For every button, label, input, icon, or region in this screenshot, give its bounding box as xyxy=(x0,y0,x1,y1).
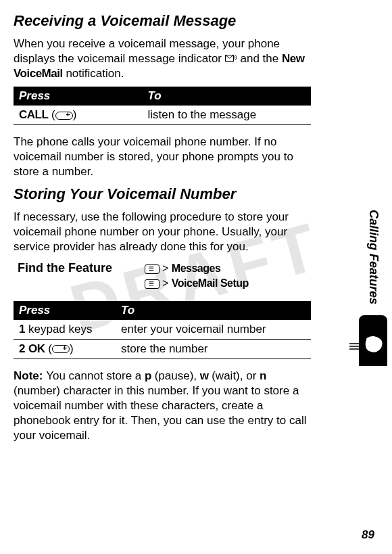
section-title-receiving: Receiving a Voicemail Message xyxy=(14,12,311,30)
phone-tab-icon xyxy=(359,315,387,366)
find-the-feature: Find the Feature > Messages > VoiceMail … xyxy=(14,261,311,292)
table-row: 2 OK () store the number xyxy=(14,339,311,359)
text: (number) character in this number. If yo… xyxy=(14,384,306,442)
path-line-2: > VoiceMail Setup xyxy=(145,276,249,291)
text: You cannot store a xyxy=(46,369,145,382)
paren-close: ) xyxy=(73,108,77,121)
gt: > xyxy=(162,262,168,274)
cell-to: enter your voicemail number xyxy=(116,320,311,340)
text: (pause), xyxy=(151,369,200,382)
right-softkey-icon xyxy=(55,112,73,120)
feature-path: > Messages > VoiceMail Setup xyxy=(145,261,249,292)
feature-label: Find the Feature xyxy=(14,261,145,292)
table-row: 1 keypad keys enter your voicemail numbe… xyxy=(14,320,311,340)
page-content: Receiving a Voicemail Message When you r… xyxy=(0,0,358,443)
ok-label: OK xyxy=(28,342,45,355)
table-row: CALL () listen to the message xyxy=(14,106,311,125)
right-softkey-icon xyxy=(52,345,70,353)
voicemail-icon xyxy=(225,53,237,66)
cell-press: keypad keys xyxy=(27,320,116,340)
call-label: CALL xyxy=(19,108,48,121)
path-voicemail-setup: VoiceMail Setup xyxy=(172,277,249,289)
header-press: Press xyxy=(14,87,143,106)
para-storing-intro: If necessary, use the following procedur… xyxy=(14,210,311,254)
para-phone-calls: The phone calls your voicemail phone num… xyxy=(14,135,311,179)
cell-to: listen to the message xyxy=(143,106,312,125)
cell-press: CALL () xyxy=(14,106,143,125)
gt: > xyxy=(162,277,168,289)
side-tab: Calling Features xyxy=(360,210,387,426)
table-header-row: Press To xyxy=(14,87,311,106)
para-note: Note: You cannot store a p (pause), w (w… xyxy=(14,369,311,443)
path-messages: Messages xyxy=(172,262,221,274)
char-n: n xyxy=(260,369,266,382)
cell-to: store the number xyxy=(116,339,311,359)
page-number: 89 xyxy=(362,528,374,542)
text: notification. xyxy=(63,67,124,80)
path-line-1: > Messages xyxy=(145,261,249,276)
paren-close: ) xyxy=(70,342,74,355)
char-w: w xyxy=(200,369,209,382)
cell-press: OK () xyxy=(27,339,116,359)
para-receive-intro: When you receive a voicemail message, yo… xyxy=(14,37,311,81)
side-section-label: Calling Features xyxy=(366,210,381,304)
note-label: Note: xyxy=(14,369,46,382)
header-to: To xyxy=(116,301,311,320)
section-title-storing: Storing Your Voicemail Number xyxy=(14,185,311,203)
menu-key-icon xyxy=(145,264,160,274)
header-press: Press xyxy=(14,301,116,320)
row-number: 2 xyxy=(14,339,27,359)
text: and the xyxy=(237,52,282,65)
table-listen: Press To CALL () listen to the message xyxy=(14,87,311,125)
text: (wait), or xyxy=(208,369,260,382)
menu-key-icon xyxy=(145,279,160,289)
header-to: To xyxy=(143,87,312,106)
table-store: Press To 1 keypad keys enter your voicem… xyxy=(14,301,311,359)
char-p: p xyxy=(145,369,151,382)
paren-open: ( xyxy=(51,108,55,121)
table-header-row: Press To xyxy=(14,301,311,320)
row-number: 1 xyxy=(14,320,27,340)
